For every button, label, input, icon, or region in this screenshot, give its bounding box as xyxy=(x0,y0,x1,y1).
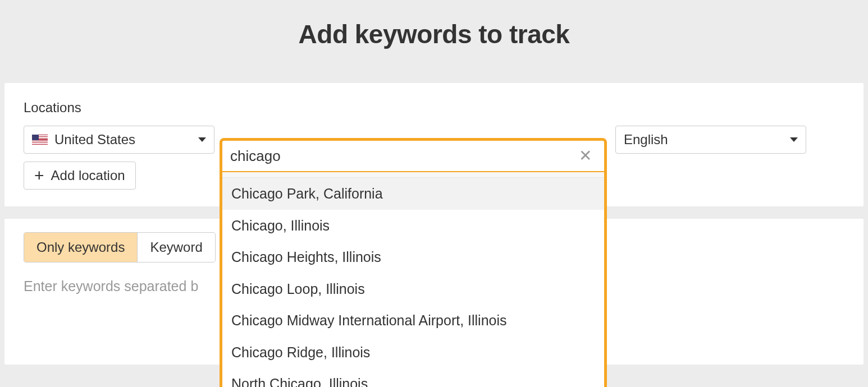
add-location-button[interactable]: + Add location xyxy=(24,162,136,190)
autocomplete-separator xyxy=(222,172,604,178)
page-header: Add keywords to track xyxy=(0,0,868,83)
country-select-value: United States xyxy=(54,132,135,148)
clear-icon[interactable]: ✕ xyxy=(574,146,596,166)
us-flag-icon xyxy=(32,135,48,145)
autocomplete-item[interactable]: Chicago Loop, Illinois xyxy=(222,273,604,305)
tab-keywords[interactable]: Keyword xyxy=(137,233,214,262)
autocomplete-item[interactable]: North Chicago, Illinois xyxy=(222,368,604,387)
location-autocomplete-panel: ✕ Chicago Park, California Chicago, Illi… xyxy=(220,138,607,387)
autocomplete-list: Chicago Park, California Chicago, Illino… xyxy=(222,178,604,387)
autocomplete-item[interactable]: Chicago Midway International Airport, Il… xyxy=(222,305,604,337)
add-location-label: Add location xyxy=(51,168,125,183)
autocomplete-item[interactable]: Chicago Park, California xyxy=(222,178,604,210)
page-title: Add keywords to track xyxy=(0,19,868,49)
locations-label: Locations xyxy=(24,100,844,116)
location-search-row: ✕ xyxy=(222,141,604,172)
country-select[interactable]: United States xyxy=(24,126,214,154)
tab-only-keywords[interactable]: Only keywords xyxy=(24,233,137,262)
location-search-input[interactable] xyxy=(230,148,574,165)
autocomplete-item[interactable]: Chicago Ridge, Illinois xyxy=(222,337,604,368)
plus-icon: + xyxy=(34,167,44,184)
language-select[interactable]: English xyxy=(615,126,806,154)
autocomplete-item[interactable]: Chicago Heights, Illinois xyxy=(222,241,604,273)
chevron-down-icon xyxy=(790,137,798,142)
keyword-tabs: Only keywords Keyword xyxy=(24,232,216,262)
location-autocomplete: ✕ Chicago Park, California Chicago, Illi… xyxy=(220,138,607,387)
language-select-value: English xyxy=(624,132,668,148)
autocomplete-item[interactable]: Chicago, Illinois xyxy=(222,210,604,242)
chevron-down-icon xyxy=(198,137,206,142)
